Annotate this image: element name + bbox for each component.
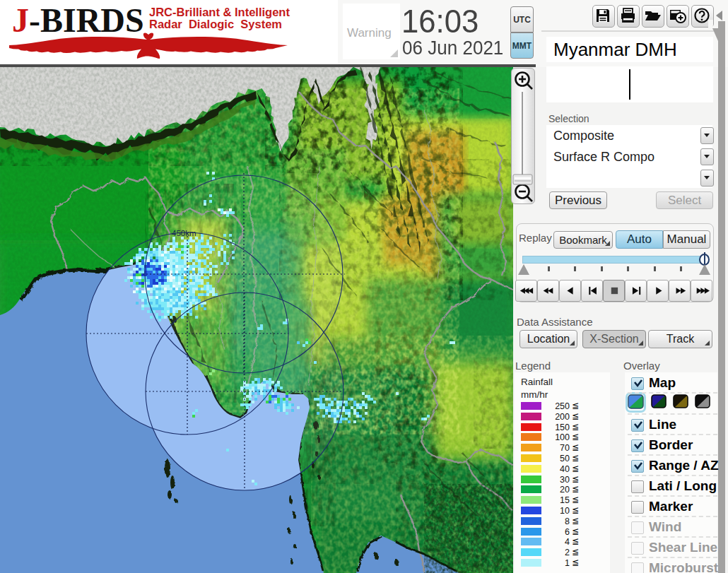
svg-text:450km: 450km [172, 229, 196, 237]
